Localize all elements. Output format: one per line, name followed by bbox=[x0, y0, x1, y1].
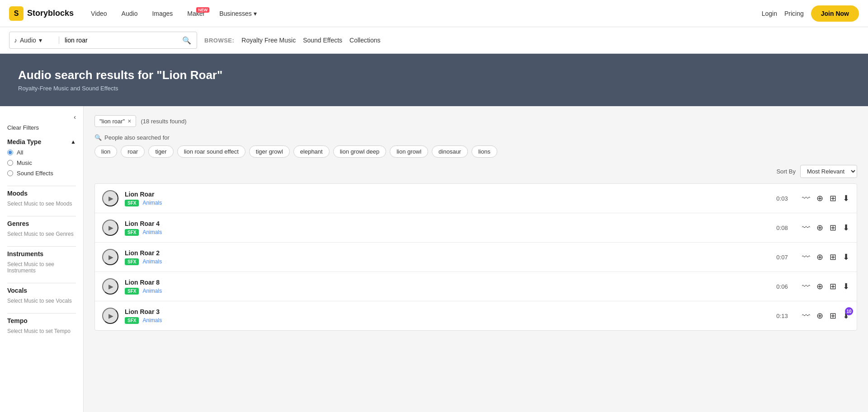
clear-filters-button[interactable]: Clear Filters bbox=[7, 124, 76, 131]
media-type-options: All Music Sound Effects bbox=[7, 149, 76, 177]
also-searched: 🔍 People also searched for lion roar tig… bbox=[94, 134, 857, 158]
track-name-2: Lion Roar 4 bbox=[125, 220, 762, 227]
search-pill-lion-growl-deep[interactable]: lion growl deep bbox=[333, 145, 386, 158]
search-pill-lions[interactable]: lions bbox=[472, 145, 497, 158]
filter-vocals-title: Vocals bbox=[7, 287, 76, 294]
track-meta-2: SFX Animals bbox=[125, 229, 762, 236]
nav-item-images[interactable]: Images bbox=[146, 6, 179, 21]
sfx-badge-3: SFX bbox=[125, 258, 139, 265]
track-row: ▶ Lion Roar 2 SFX Animals 0:07 〰 ⊕ ⊞ ⬇ bbox=[95, 243, 857, 272]
animals-tag-4[interactable]: Animals bbox=[142, 288, 162, 294]
nav-item-businesses[interactable]: Businesses ▾ bbox=[213, 6, 263, 21]
animals-tag-3[interactable]: Animals bbox=[142, 258, 162, 265]
search-pill-lion-growl[interactable]: lion growl bbox=[390, 145, 428, 158]
similar-icon-2[interactable]: ⊕ bbox=[816, 223, 823, 233]
add-to-collection-icon-4[interactable]: ⊞ bbox=[830, 281, 836, 291]
sidebar-toggle[interactable]: ‹ bbox=[7, 113, 76, 121]
similar-icon-3[interactable]: ⊕ bbox=[816, 252, 823, 262]
waveform-icon-2[interactable]: 〰 bbox=[802, 223, 810, 233]
download-icon-2[interactable]: ⬇ bbox=[843, 223, 849, 233]
track-row: ▶ Lion Roar 3 SFX Animals 0:13 〰 ⊕ ⊞ ⬇ bbox=[95, 301, 857, 330]
play-button-3[interactable]: ▶ bbox=[102, 249, 118, 265]
search-pills: lion roar tiger lion roar sound effect t… bbox=[94, 145, 857, 158]
search-pill-dinosaur[interactable]: dinosaur bbox=[432, 145, 468, 158]
animals-tag-1[interactable]: Animals bbox=[142, 200, 162, 206]
animals-tag-5[interactable]: Animals bbox=[142, 317, 162, 323]
add-to-collection-icon-3[interactable]: ⊞ bbox=[830, 252, 836, 262]
main-nav: Video Audio Images Maker NEW Businesses … bbox=[85, 6, 263, 21]
radio-sound-effects[interactable]: Sound Effects bbox=[7, 170, 76, 177]
download-icon-3[interactable]: ⬇ bbox=[843, 252, 849, 262]
play-button-5[interactable]: ▶ bbox=[102, 308, 118, 324]
new-badge: NEW bbox=[196, 7, 209, 13]
divider-4 bbox=[7, 283, 76, 283]
filter-moods: Moods Select Music to see Moods bbox=[7, 190, 76, 207]
download-count-badge: 10 bbox=[845, 307, 853, 315]
divider-5 bbox=[7, 313, 76, 314]
nav-item-audio[interactable]: Audio bbox=[115, 6, 144, 21]
download-icon-1[interactable]: ⬇ bbox=[843, 193, 849, 203]
play-button-2[interactable]: ▶ bbox=[102, 220, 118, 236]
hero-subtitle: Royalty-Free Music and Sound Effects bbox=[18, 85, 850, 92]
search-button[interactable]: 🔍 bbox=[177, 36, 197, 45]
similar-icon-5[interactable]: ⊕ bbox=[816, 311, 823, 321]
add-to-collection-icon-2[interactable]: ⊞ bbox=[830, 223, 836, 233]
search-pill-tiger-growl[interactable]: tiger growl bbox=[249, 145, 290, 158]
search-input[interactable] bbox=[59, 37, 177, 44]
track-duration-1: 0:03 bbox=[769, 195, 796, 202]
waveform-icon-1[interactable]: 〰 bbox=[802, 194, 810, 203]
remove-filter-button[interactable]: × bbox=[127, 117, 131, 125]
radio-music[interactable]: Music bbox=[7, 159, 76, 166]
results-header: "lion roar" × (18 results found) bbox=[94, 115, 857, 127]
logo[interactable]: S Storyblocks bbox=[9, 6, 74, 21]
nav-item-video[interactable]: Video bbox=[85, 6, 113, 21]
play-button-1[interactable]: ▶ bbox=[102, 190, 118, 206]
filter-media-type-title: Media Type ▲ bbox=[7, 138, 76, 145]
sort-select[interactable]: Most Relevant bbox=[800, 165, 857, 178]
add-to-collection-icon-1[interactable]: ⊞ bbox=[830, 193, 836, 203]
search-pill-lion[interactable]: lion bbox=[94, 145, 117, 158]
add-to-collection-icon-5[interactable]: ⊞ bbox=[830, 311, 836, 321]
sfx-badge-4: SFX bbox=[125, 288, 139, 295]
waveform-icon-4[interactable]: 〰 bbox=[802, 282, 810, 291]
filter-moods-title: Moods bbox=[7, 190, 76, 197]
browse-section: BROWSE: Royalty Free Music Sound Effects… bbox=[204, 37, 381, 44]
track-info-4: Lion Roar 8 SFX Animals bbox=[125, 279, 762, 295]
login-button[interactable]: Login bbox=[762, 10, 777, 17]
search-pill-elephant[interactable]: elephant bbox=[293, 145, 330, 158]
track-name-5: Lion Roar 3 bbox=[125, 308, 762, 315]
track-info-3: Lion Roar 2 SFX Animals bbox=[125, 249, 762, 265]
search-pill-tiger[interactable]: tiger bbox=[148, 145, 173, 158]
download-icon-4[interactable]: ⬇ bbox=[843, 281, 849, 291]
also-searched-label: 🔍 People also searched for bbox=[94, 134, 857, 141]
music-note-icon: ♪ bbox=[14, 37, 17, 44]
filter-tempo-title: Tempo bbox=[7, 317, 76, 324]
search-bar: ♪ Audio ▾ 🔍 BROWSE: Royalty Free Music S… bbox=[0, 27, 868, 54]
similar-icon-4[interactable]: ⊕ bbox=[816, 281, 823, 291]
track-actions-3: 〰 ⊕ ⊞ ⬇ bbox=[802, 252, 849, 262]
track-info-1: Lion Roar SFX Animals bbox=[125, 191, 762, 206]
sfx-badge-2: SFX bbox=[125, 229, 139, 236]
filter-tempo: Tempo Select Music to set Tempo bbox=[7, 317, 76, 334]
divider-3 bbox=[7, 246, 76, 247]
animals-tag-2[interactable]: Animals bbox=[142, 229, 162, 235]
browse-sound-effects[interactable]: Sound Effects bbox=[303, 37, 342, 44]
hero-title: Audio search results for "Lion Roar" bbox=[18, 68, 850, 82]
pricing-button[interactable]: Pricing bbox=[784, 10, 804, 17]
search-pill-roar[interactable]: roar bbox=[121, 145, 145, 158]
similar-icon-1[interactable]: ⊕ bbox=[816, 193, 823, 203]
waveform-icon-5[interactable]: 〰 bbox=[802, 311, 810, 321]
browse-royalty-free-music[interactable]: Royalty Free Music bbox=[241, 37, 296, 44]
track-actions-2: 〰 ⊕ ⊞ ⬇ bbox=[802, 223, 849, 233]
track-row: ▶ Lion Roar 8 SFX Animals 0:06 〰 ⊕ ⊞ ⬇ bbox=[95, 272, 857, 301]
chevron-up-icon: ▲ bbox=[71, 139, 76, 145]
track-name-1: Lion Roar bbox=[125, 191, 762, 198]
search-type-select[interactable]: ♪ Audio ▾ bbox=[9, 37, 59, 44]
waveform-icon-3[interactable]: 〰 bbox=[802, 253, 810, 262]
join-now-button[interactable]: Join Now bbox=[811, 5, 859, 22]
browse-collections[interactable]: Collections bbox=[349, 37, 380, 44]
nav-item-maker[interactable]: Maker NEW bbox=[181, 6, 211, 21]
radio-all[interactable]: All bbox=[7, 149, 76, 156]
play-button-4[interactable]: ▶ bbox=[102, 278, 118, 295]
search-pill-lion-roar-sound-effect[interactable]: lion roar sound effect bbox=[177, 145, 245, 158]
